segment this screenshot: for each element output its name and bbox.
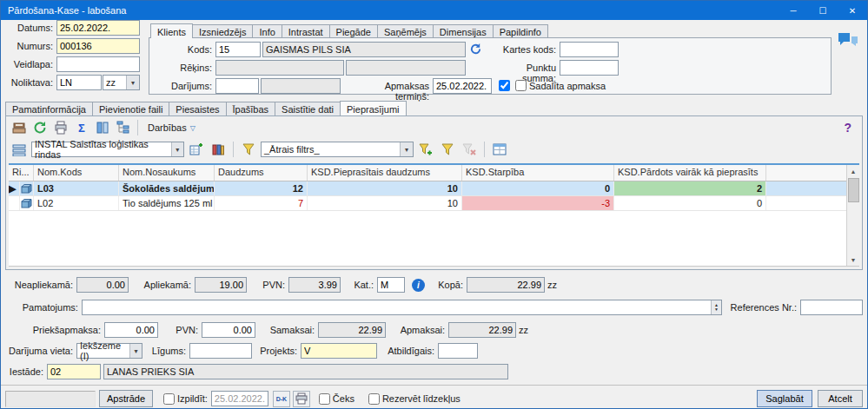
totals-row: Neapliekamā: Apliekamā: PVN: Kat.: i Kop…	[5, 277, 863, 293]
tab-pamatinformacija[interactable]: Pamatinformācija	[5, 102, 93, 115]
ceks-checkbox[interactable]	[319, 393, 330, 405]
prieksapmaksa-input[interactable]	[104, 322, 158, 338]
info-icon[interactable]: i	[412, 279, 425, 292]
refresh-client-icon[interactable]	[469, 43, 482, 57]
spinner-down-icon[interactable]: ▼	[714, 307, 719, 312]
documents-icon[interactable]	[209, 140, 228, 159]
print-receipt-icon[interactable]	[293, 391, 310, 407]
projekts-input[interactable]	[301, 343, 377, 359]
pamatojums-input[interactable]	[83, 300, 711, 314]
ligums-input[interactable]	[189, 343, 252, 359]
pamatojums-row: Pamatojums: ▲ ▼ References Nr.:	[5, 300, 863, 315]
izpildit-checkbox[interactable]	[163, 393, 175, 405]
cell-pieprasitais[interactable]: 10	[308, 181, 462, 195]
columns-icon[interactable]	[93, 118, 112, 137]
print-icon[interactable]	[51, 118, 70, 137]
noliktava-unit-combo[interactable]: zz ▾	[103, 75, 140, 90]
saglabat-button[interactable]: Saglabāt	[757, 390, 812, 407]
tab-pievienotie-faili[interactable]: Pievienotie faili	[92, 102, 169, 115]
datums-input[interactable]	[56, 20, 140, 36]
darbibas-menu-button[interactable]: Darbības ▽	[142, 122, 201, 133]
header-flag-checkbox[interactable]	[499, 80, 510, 91]
table-row[interactable]: ▶ L03 Šokolādes saldējum... 12 10 0 2	[9, 181, 859, 196]
apmaksas-termins-input[interactable]	[433, 78, 492, 94]
cell-nom-kods[interactable]: L03	[34, 181, 119, 195]
sadalita-apmaksa-checkbox[interactable]	[515, 80, 527, 91]
scrollbar-thumb[interactable]	[848, 178, 859, 202]
related-rows-icon[interactable]	[10, 140, 29, 159]
cell-pardots[interactable]: 2	[614, 181, 766, 195]
table-filter-icon[interactable]	[490, 140, 509, 159]
tab-piesaistes[interactable]: Piesaistes	[169, 102, 226, 115]
filter-icon[interactable]	[239, 140, 258, 159]
cell-starpiba[interactable]: 0	[462, 181, 614, 195]
filter-clear-icon[interactable]	[460, 140, 479, 159]
filter-edit-icon[interactable]	[438, 140, 457, 159]
tab-ipasibas[interactable]: Īpašības	[226, 102, 276, 115]
noliktava-input[interactable]	[56, 75, 102, 90]
tab-piegade[interactable]: Piegāde	[329, 24, 378, 38]
rezervet-checkbox[interactable]	[368, 393, 380, 405]
column-header-pardots[interactable]: KSD.Pārdots vairāk kā pieprasīts	[614, 165, 766, 181]
tab-sanemejs[interactable]: Saņēmējs	[377, 24, 434, 38]
tab-izsniedzejs[interactable]: Izsniedzējs	[192, 24, 253, 38]
cell-nom-nosaukums[interactable]: Šokolādes saldējum...	[119, 181, 215, 195]
chevron-down-icon[interactable]: ▾	[126, 76, 139, 89]
cell-daudzums[interactable]: 7	[215, 196, 308, 210]
darijums-field-2	[261, 78, 341, 94]
cell-daudzums[interactable]: 12	[215, 181, 308, 195]
help-icon[interactable]: ?	[844, 121, 858, 135]
numurs-input[interactable]	[56, 38, 140, 54]
spinner-control[interactable]: ▲ ▼	[711, 300, 721, 314]
tab-papildinfo[interactable]: Papildinfo	[493, 24, 548, 38]
tab-saistitie-dati[interactable]: Saistītie dati	[275, 102, 341, 115]
maximize-button[interactable]: ☐	[808, 1, 838, 20]
kartes-kods-input[interactable]	[560, 42, 619, 57]
apstrade-button[interactable]: Apstrāde	[99, 390, 153, 407]
column-header-nom-nosaukums[interactable]: Nom.Nosaukums	[119, 165, 215, 181]
chat-icon[interactable]	[838, 32, 858, 50]
column-header-pieprasitais[interactable]: KSD.Pieprasītais daudzums	[308, 165, 462, 181]
veidlapa-input[interactable]	[56, 56, 140, 72]
tab-info[interactable]: Info	[252, 24, 282, 38]
tab-klients[interactable]: Klients	[150, 23, 193, 38]
cell-pardots[interactable]: 0	[614, 196, 766, 210]
iestade-input[interactable]	[47, 364, 101, 379]
dk-posting-icon[interactable]: D-K	[273, 391, 290, 407]
cash-register-icon[interactable]	[10, 118, 29, 137]
kat-input[interactable]	[377, 277, 405, 293]
column-header-nom-kods[interactable]: Nom.Kods	[34, 165, 119, 181]
filter-add-icon[interactable]	[416, 140, 435, 159]
sum-icon[interactable]: Σ	[72, 118, 91, 137]
pvn2-input[interactable]	[202, 322, 255, 338]
cell-nom-nosaukums[interactable]: Tio saldējums 125 ml	[119, 196, 215, 210]
punktu-summa-input[interactable]	[560, 60, 619, 76]
close-button[interactable]: ✕	[838, 1, 867, 20]
vertical-scrollbar[interactable]: ▲ ▼	[846, 165, 859, 266]
darijums-input[interactable]	[215, 78, 259, 94]
tab-intrastat[interactable]: Intrastat	[282, 24, 330, 38]
atbildigais-input[interactable]	[438, 343, 478, 359]
refresh-icon[interactable]	[30, 118, 50, 137]
cell-starpiba[interactable]: -3	[462, 196, 614, 210]
hierarchy-icon[interactable]	[114, 118, 133, 137]
references-input[interactable]	[800, 300, 863, 315]
add-rows-icon[interactable]	[187, 140, 206, 159]
column-header-daudzums[interactable]: Daudzums	[215, 165, 308, 181]
scroll-down-icon[interactable]: ▼	[847, 254, 859, 266]
client-kods-input[interactable]	[215, 42, 261, 57]
tab-dimensijas[interactable]: Dimensijas	[433, 24, 494, 38]
tab-pieprasijumi[interactable]: Pieprasījumi	[340, 101, 407, 115]
cell-pieprasitais[interactable]: 10	[308, 196, 462, 210]
quick-filter-combo[interactable]: _Ātrais filtrs_ ▾	[261, 142, 414, 157]
scroll-up-icon[interactable]: ▲	[847, 165, 859, 177]
related-rows-combo[interactable]: INSTAL Saistītas loģistikas rindas ▾	[31, 142, 184, 157]
column-header-ri[interactable]: Ri...	[9, 165, 34, 181]
darijuma-vieta-combo[interactable]: Iekšzeme (I) ▾	[76, 343, 142, 359]
atcelt-button[interactable]: Atcelt	[818, 390, 863, 407]
cell-nom-kods[interactable]: L02	[34, 196, 119, 210]
column-header-starpiba[interactable]: KSD.Starpība	[462, 165, 614, 181]
minimize-button[interactable]: ─	[779, 1, 808, 20]
table-row[interactable]: L02 Tio saldējums 125 ml 7 10 -3 0	[9, 196, 859, 211]
kods-label: Kods:	[156, 44, 212, 55]
